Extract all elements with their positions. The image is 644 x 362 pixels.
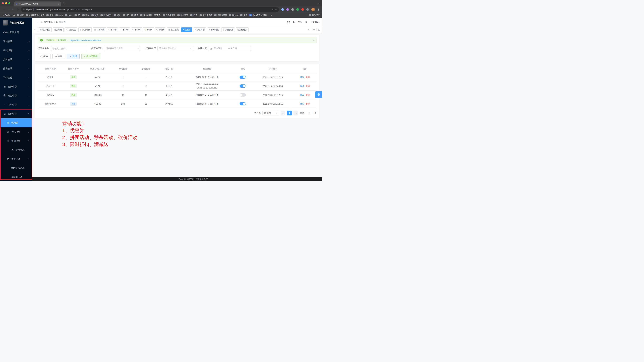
zoom-window-button[interactable]	[8, 2, 10, 4]
delete-link[interactable]: 删除	[306, 85, 310, 88]
prev-page-button[interactable]	[280, 111, 286, 115]
banner-link[interactable]: https://doc.iocoder.cn/mall/build/	[70, 39, 101, 42]
extension-icon[interactable]	[291, 8, 294, 11]
member-coupon-button[interactable]: ≡ 会员优惠券	[82, 54, 100, 59]
close-icon[interactable]: ×	[312, 39, 314, 42]
tab-order-detail-1[interactable]: 订单详情	[107, 28, 118, 32]
puzzle-extension-icon[interactable]	[306, 8, 309, 11]
font-size-icon[interactable]: Tr	[293, 21, 295, 24]
sidebar-item-cloud-docs[interactable]: Cloud 开发文档	[0, 28, 32, 37]
tab-groupbuy-product[interactable]: ◷拼团商品	[221, 28, 235, 32]
bookmark-item[interactable]: Java	[56, 14, 62, 16]
forward-button[interactable]: →	[7, 8, 10, 11]
status-toggle[interactable]	[240, 93, 246, 97]
sidebar-item-product-center[interactable]: Ⓟ 商品中心	[0, 91, 32, 100]
profile-avatar[interactable]	[311, 8, 315, 11]
sidebar-item-report[interactable]: 报表管理	[0, 64, 32, 73]
current-page-button[interactable]: 1	[287, 111, 292, 115]
sidebar-item-infrastructure[interactable]: 基础设施	[0, 46, 32, 55]
tab-seckill-product[interactable]: ⊕秒杀商品	[207, 28, 220, 32]
tab-order-list[interactable]: ▤订单列表	[92, 28, 106, 32]
bookmark-item[interactable]: 资讯未整理	[162, 14, 175, 17]
breadcrumb-item[interactable]: 营销中心	[44, 21, 53, 24]
tab-order-detail-3[interactable]: 订单详情	[131, 28, 142, 32]
sidebar-item-payment[interactable]: 支付管理	[0, 55, 32, 64]
sidebar-item-time-discount[interactable]: 限时折扣活动	[0, 164, 32, 173]
coupon-name-input[interactable]	[51, 46, 87, 51]
bookmark-item[interactable]: 生活	[240, 14, 247, 17]
bell-icon[interactable]	[304, 21, 307, 24]
bookmark-star-icon[interactable]: ☆	[275, 9, 277, 11]
bookmark-item[interactable]: 2014-4	[229, 14, 238, 16]
share-icon[interactable]: ⇧	[272, 9, 274, 11]
delete-link[interactable]: 删除	[306, 94, 310, 96]
tab-product-detail[interactable]: ◉商品详情	[78, 28, 92, 32]
add-button[interactable]: ＋ 新增	[67, 54, 80, 59]
status-toggle[interactable]	[240, 76, 246, 79]
tab-order-detail-5[interactable]: 订单详情	[155, 28, 166, 32]
search-button[interactable]: 搜索	[38, 54, 50, 59]
bookmark-item[interactable]: 近期需要读的文章	[26, 14, 44, 17]
bookmark-item[interactable]: 运营	[17, 14, 24, 17]
edit-link[interactable]: 修改	[300, 85, 304, 88]
edit-link[interactable]: 修改	[300, 94, 304, 96]
reload-button[interactable]: ↻	[12, 8, 14, 11]
tab-order-detail-4[interactable]: 订单详情	[143, 28, 154, 32]
sidebar-item-full-reduction[interactable]: 满减送活动	[0, 173, 32, 181]
tab-order-detail-2[interactable]: 订单详情	[119, 28, 130, 32]
close-tab-icon[interactable]: ×	[58, 3, 59, 5]
sidebar-item-member-center[interactable]: ◉ 会员中心	[0, 82, 32, 91]
status-toggle[interactable]	[240, 85, 246, 88]
sidebar-item-coupon[interactable]: ⧉ 优惠券	[0, 118, 32, 127]
logo[interactable]: 芋道管理系统	[0, 18, 32, 28]
page-size-select[interactable]: 10条/页	[262, 111, 279, 115]
bookmark-item[interactable]: DB	[74, 14, 80, 16]
refresh-icon[interactable]: ↻	[312, 29, 316, 31]
back-button[interactable]: ←	[2, 8, 5, 11]
minimize-window-button[interactable]	[5, 2, 7, 4]
username[interactable]: 芋道源码	[310, 21, 319, 24]
settings-gear-button[interactable]: ⚙	[315, 91, 322, 98]
bookmark-item[interactable]: 其他语言	[178, 14, 188, 17]
sidebar-item-seckill[interactable]: ◎ 秒杀活动	[0, 127, 32, 136]
next-page-button[interactable]	[294, 111, 298, 115]
new-tab-button[interactable]: +	[63, 2, 65, 5]
tab-seckill-time[interactable]: ◔秒杀时段	[193, 28, 206, 32]
browser-menu-icon[interactable]: ⋮	[317, 8, 320, 11]
edit-link[interactable]: 修改	[300, 102, 304, 105]
sidebar-item-workflow[interactable]: 工作流程	[0, 73, 32, 82]
translate-icon[interactable]: 文A	[298, 21, 302, 24]
address-bar[interactable]: ⚠ 不安全 dashboard-vue3.yudao.iocoder.cn/pr…	[21, 7, 279, 12]
sidebar-item-bargain[interactable]: ⊟ 砍价活动	[0, 155, 32, 164]
bookmarks-root[interactable]: ★Bookmarks	[2, 14, 15, 16]
tab-after-sale-refund[interactable]: ▦售后退款	[167, 28, 180, 32]
bookmark-item[interactable]: 前端	[82, 14, 89, 17]
bookmark-item[interactable]: 文件服务器	[200, 14, 212, 17]
goto-page-input[interactable]	[306, 111, 313, 115]
other-bookmarks[interactable]: 其他书签	[307, 14, 320, 17]
bookmark-item[interactable]: PHP	[190, 14, 198, 16]
hamburger-icon[interactable]	[35, 21, 38, 23]
bookmark-item[interactable]: 网站/博客/文章/工具	[140, 14, 160, 17]
delete-link[interactable]: 删除	[306, 102, 310, 105]
tab-search-chevron-icon[interactable]	[318, 2, 319, 4]
tab-member-coupon[interactable]: 会员优惠券	[236, 28, 248, 32]
sidebar-item-groupbuy[interactable]: ∷ 拼团活动	[0, 136, 32, 146]
bookmark-item[interactable]: 游戏	[92, 14, 98, 17]
scroll-right-icon[interactable]: »	[308, 29, 310, 31]
bookmarks-overflow-chevron[interactable]: »	[270, 14, 272, 17]
extension-icon[interactable]	[286, 8, 289, 11]
extension-icon[interactable]	[296, 8, 299, 11]
scroll-left-icon[interactable]: «	[34, 29, 36, 31]
bookmark-item[interactable]: 软件/硬件	[100, 14, 112, 17]
bookmark-item[interactable]: 设计	[114, 14, 121, 17]
coupon-type-select[interactable]: 请选择优惠券类型	[104, 46, 140, 51]
sidebar-item-order-center[interactable]: ◔ 订单中心	[0, 100, 32, 109]
bookmark-item[interactable]: 博客未整理	[214, 14, 227, 17]
status-toggle[interactable]	[240, 102, 246, 105]
bookmark-item-special[interactable]: BJava开发|小组首...	[250, 14, 268, 17]
layout-grid-icon[interactable]: ⊞	[318, 29, 321, 31]
date-range-picker[interactable]: ▦ 开始日期 – 结束日期	[208, 46, 251, 51]
bookmark-item[interactable]: Linux	[65, 14, 72, 16]
tab-coupon[interactable]: ⧉优惠券	[181, 28, 192, 32]
